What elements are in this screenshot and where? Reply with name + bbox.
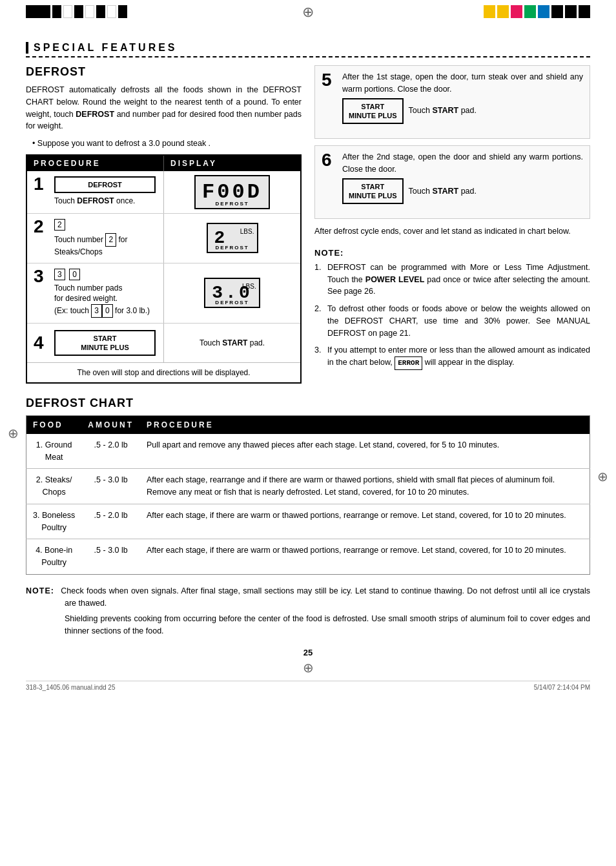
error-box: ERROR bbox=[395, 356, 422, 370]
step-6-number: 6 bbox=[322, 151, 336, 169]
step-2-label: Touch number 2 for Steaks/Chops bbox=[54, 233, 156, 258]
step-2-left: 2 2 Touch number 2 for Steaks/Chops bbox=[27, 214, 164, 263]
step-6-text: After the 2nd stage, open the door and s… bbox=[342, 151, 583, 204]
bar-block bbox=[74, 5, 83, 18]
step-4-number: 4 bbox=[30, 334, 49, 352]
bar-block bbox=[26, 5, 50, 18]
step-6: 6 After the 2nd stage, open the door and… bbox=[322, 151, 583, 204]
step-6-block: 6 After the 2nd stage, open the door and… bbox=[314, 145, 590, 219]
page-number: 25 bbox=[26, 648, 590, 657]
key-3: 3 bbox=[54, 269, 65, 280]
section-divider bbox=[26, 56, 590, 57]
footer-right: 5/14/07 2:14:04 PM bbox=[534, 684, 590, 691]
step-5-touch-text: Touch START pad. bbox=[409, 105, 477, 117]
bar-black bbox=[551, 5, 563, 18]
step-3-label: Touch number padsfor desired weight.(Ex:… bbox=[54, 283, 156, 318]
list-item: To defrost other foods or foods above or… bbox=[314, 303, 590, 339]
step-1-label: Touch DEFROST once. bbox=[54, 196, 156, 207]
start-minute-plus-button-6[interactable]: STARTMINUTE PLUS bbox=[342, 178, 404, 205]
bar-blue bbox=[538, 5, 549, 18]
chart-heading: DEFROST CHART bbox=[26, 397, 590, 410]
note-list: DEFROST can be programmed with More or L… bbox=[314, 262, 590, 370]
step-2-number: 2 bbox=[30, 218, 49, 236]
bar-block bbox=[118, 5, 127, 18]
top-bar-right bbox=[484, 5, 590, 18]
bullet-text: • Suppose you want to defrost a 3.0 poun… bbox=[32, 139, 302, 148]
right-column: 5 After the 1st stage, open the door, tu… bbox=[314, 65, 590, 384]
display-col-header: DISPLAY bbox=[164, 156, 300, 171]
main-content: DEFROST DEFROST automatically defrosts a… bbox=[26, 65, 590, 384]
page: ⊕ SPECIAL FEATURES DEFROST DEFROST autom… bbox=[0, 0, 616, 866]
oven-stop-text: The oven will stop and directions will b… bbox=[27, 362, 300, 382]
chart-amount-2: .5 - 3.0 lb bbox=[81, 469, 140, 504]
key-3-inline: 3 bbox=[91, 304, 102, 318]
step-1-number: 1 bbox=[30, 175, 49, 193]
step-5-number: 5 bbox=[322, 71, 336, 89]
chart-procedure-2: After each stage, rearrange and if there… bbox=[140, 469, 590, 504]
procedure-table: PROCEDURE DISPLAY 1 DEFROST Touch DEFROS… bbox=[26, 154, 302, 384]
bar-yellow bbox=[497, 5, 509, 18]
table-row: 1. GroundMeat .5 - 2.0 lb Pull apart and… bbox=[26, 434, 590, 469]
note-heading: NOTE: bbox=[314, 248, 590, 258]
procedure-header: PROCEDURE DISPLAY bbox=[27, 156, 300, 171]
step-2-content: 2 Touch number 2 for Steaks/Chops bbox=[49, 218, 161, 259]
table-row: 2 2 Touch number 2 for Steaks/Chops LBS.… bbox=[27, 213, 300, 263]
note-bold-label: NOTE: bbox=[26, 586, 61, 595]
after-defrost-text: After defrost cycle ends, cover and let … bbox=[314, 225, 590, 238]
chart-col-food: FOOD bbox=[26, 415, 82, 434]
key-2-inline: 2 bbox=[105, 233, 116, 247]
intro-text: DEFROST automatically defrosts all the f… bbox=[26, 84, 302, 132]
footer-left: 318-3_1405.06 manual.indd 25 bbox=[26, 684, 115, 691]
bar-block bbox=[52, 5, 61, 18]
step-3-right: LBS. 3.0 DEFROST bbox=[164, 263, 300, 323]
lcd-display-1: F00D DEFROST bbox=[194, 175, 270, 209]
table-row: 2. Steaks/Chops .5 - 3.0 lb After each s… bbox=[26, 469, 590, 504]
table-row: 3. BonelessPoultry .5 - 2.0 lb After eac… bbox=[26, 504, 590, 539]
key-0-inline: 0 bbox=[102, 304, 113, 318]
step-6-inline: STARTMINUTE PLUS Touch START pad. bbox=[342, 178, 583, 205]
defrost-chart-section: DEFROST CHART FOOD AMOUNT PROCEDURE 1. G… bbox=[26, 397, 590, 637]
bottom-note: NOTE: Check foods when oven signals. Aft… bbox=[26, 585, 590, 637]
start-minute-plus-button-5[interactable]: STARTMINUTE PLUS bbox=[342, 98, 404, 125]
defrost-button[interactable]: DEFROST bbox=[54, 176, 156, 193]
top-bar-left bbox=[26, 5, 127, 18]
step-5-text: After the 1st stage, open the door, turn… bbox=[342, 71, 583, 124]
table-row: 1 DEFROST Touch DEFROST once. F00D DEFRO… bbox=[27, 171, 300, 213]
start-minute-plus-button-4[interactable]: STARTMINUTE PLUS bbox=[54, 330, 156, 356]
step-4-left: 4 STARTMINUTE PLUS bbox=[27, 324, 164, 362]
chart-procedure-3: After each stage, if there are warm or t… bbox=[140, 504, 590, 539]
bar-green bbox=[524, 5, 536, 18]
compass-right-icon: ⊕ bbox=[597, 469, 608, 484]
step-6-touch-text: Touch START pad. bbox=[409, 185, 477, 198]
chart-procedure-4: After each stage, if there are warm or t… bbox=[140, 539, 590, 575]
chart-food-1: 1. GroundMeat bbox=[26, 434, 82, 469]
step-1-content: DEFROST Touch DEFROST once. bbox=[49, 175, 161, 208]
lcd-display-3: LBS. 3.0 DEFROST bbox=[204, 278, 260, 308]
step-2-right: LBS. 2 DEFROST bbox=[164, 214, 300, 263]
chart-amount-1: .5 - 2.0 lb bbox=[81, 434, 140, 469]
step-3-left: 3 3 0 Touch number padsfor desired weigh… bbox=[27, 263, 164, 323]
left-column: DEFROST DEFROST automatically defrosts a… bbox=[26, 65, 302, 384]
table-row: 3 3 0 Touch number padsfor desired weigh… bbox=[27, 263, 300, 323]
step-3-content: 3 0 Touch number padsfor desired weight.… bbox=[49, 267, 161, 319]
chart-food-2: 2. Steaks/Chops bbox=[26, 469, 82, 504]
lcd-label-3: DEFROST bbox=[215, 300, 249, 305]
compass-top-center-icon: ⊕ bbox=[302, 4, 314, 21]
chart-amount-4: .5 - 3.0 lb bbox=[81, 539, 140, 575]
step-4-right: Touch START pad. bbox=[164, 324, 300, 362]
lcd-unit-2: LBS. bbox=[240, 228, 254, 235]
chart-amount-3: .5 - 2.0 lb bbox=[81, 504, 140, 539]
bar-black bbox=[565, 5, 577, 18]
bar-block bbox=[63, 5, 72, 18]
key-2: 2 bbox=[54, 219, 65, 231]
bar-block bbox=[107, 5, 116, 18]
lcd-display-2: LBS. 2 DEFROST bbox=[207, 223, 258, 253]
step-1-right: F00D DEFROST bbox=[164, 171, 300, 213]
list-item: If you attempt to enter more or less tha… bbox=[314, 344, 590, 369]
chart-procedure-1: Pull apart and remove any thawed pieces … bbox=[140, 434, 590, 469]
lcd-label-2: DEFROST bbox=[215, 245, 249, 251]
step-5: 5 After the 1st stage, open the door, tu… bbox=[322, 71, 583, 124]
bar-black bbox=[579, 5, 590, 18]
chart-col-procedure: PROCEDURE bbox=[140, 415, 590, 434]
bar-yellow bbox=[484, 5, 495, 18]
